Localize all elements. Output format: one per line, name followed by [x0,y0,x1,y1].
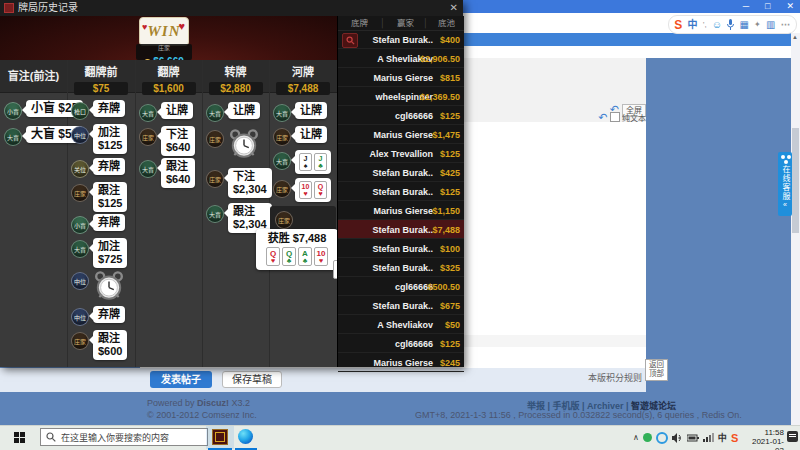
turn-pot: $2,880 [209,82,263,95]
edge-browser-icon[interactable] [238,429,253,444]
shown-cards-entry: 庄家 10♥ Q♥ [273,178,331,202]
position-badge: 大盲 [206,205,224,223]
app-icon [4,3,14,13]
hand-history-close-icon[interactable]: ✕ [450,0,458,16]
position-badge: 大盲 [273,104,291,122]
ime-mic-icon[interactable] [727,19,734,30]
action-entry: 大盲 让牌 [139,102,193,122]
post-button[interactable]: 发表帖子 [150,371,212,388]
table-row-selected[interactable]: Stefan Burak..$7,488 [338,220,464,239]
heart-icon: ♥ [178,13,186,39]
action-entry: 中位 弃牌 [71,306,125,326]
position-badge: 小盲 [71,216,89,234]
battery-icon[interactable] [687,434,699,442]
river-pot: $7,488 [276,82,330,95]
table-row[interactable]: Stefan Burak..$675 [338,296,464,315]
table-row[interactable]: Stefan Burak..$325 [338,258,464,277]
scrollbar-thumb[interactable] [792,128,799,233]
action-entry: 大盲 加注$725 [71,238,127,268]
online-service-widget[interactable]: 在线客服 « [778,152,792,216]
taskbar-search[interactable]: 在这里输入你要搜索的内容 [40,428,208,446]
playing-card: Q♥ [266,247,280,266]
ime-mode-icon[interactable]: 中 [718,431,727,444]
win-amount-label: 获胜 $7,488 [258,232,336,245]
ime-more-icon[interactable]: ⋯ [781,20,791,30]
plain-text-checkbox[interactable] [610,112,620,122]
table-row[interactable]: Stefan Burak..$400 [338,30,464,49]
table-row[interactable]: cgl66666$125 [338,334,464,353]
action-bubble: 加注$725 [93,238,127,268]
powered-by: Powered by Discuz! X3.2 [147,398,250,408]
action-center-icon[interactable] [787,431,798,442]
action-bubble: 跟注$125 [93,182,127,212]
clock-date: 2021-01-03 [750,437,784,450]
ime-emoji-icon[interactable]: ☺ [712,20,722,30]
start-button[interactable] [14,432,25,443]
post-band [0,368,646,392]
street-flop-label: 翻牌 [135,63,202,79]
table-row[interactable]: A Shevliakov$50 [338,315,464,334]
ime-toolbox-icon[interactable]: ▥ [766,20,775,30]
magnifier-icon[interactable] [342,33,358,48]
table-row[interactable]: Marius Gierse$1,150 [338,201,464,220]
action-bubble: 加注$125 [93,124,127,154]
sogou-tray-icon[interactable]: S [731,432,738,444]
street-river-label: 河牌 [269,63,337,79]
taskbar-clock[interactable]: 11:58 2021-01-03 [750,428,784,450]
tray-blue-app-icon[interactable] [656,432,668,444]
minimize-icon[interactable]: ─ [743,2,749,11]
timebank-entry: 庄家 [206,128,260,160]
table-row[interactable]: Alex Trevallion$125 [338,144,464,163]
action-entry: 庄家 让牌 [273,126,327,146]
position-badge: 庄家 [273,128,291,146]
action-entry: 大盲 跟注$640 [139,158,195,188]
hand-history-titlebar[interactable]: 牌局历史记录 ✕ [0,0,463,16]
volume-icon[interactable] [672,433,683,443]
win-banner: ♥ ♥ WIN [139,17,189,46]
table-row[interactable]: Marius Gierse$815 [338,68,464,87]
maximize-icon[interactable]: □ [765,2,770,11]
action-entry: 庄家 下注$640 [139,126,195,156]
hole-cards-bubble: J♠ J♣ [295,150,331,174]
playing-card: Q♥ [314,181,327,199]
winners-table-header: 底牌 │ 赢家 │ 底池 [338,16,464,31]
hole-cards-bubble: 10♥ Q♥ [295,178,331,202]
table-row[interactable]: cgl66666$500.50 [338,277,464,296]
poker-app-icon[interactable] [212,429,228,445]
collapse-icon[interactable]: « [783,201,787,208]
table-row[interactable]: Stefan Burak..$125 [338,182,464,201]
tray-expand-icon[interactable]: ∧ [633,433,639,442]
playing-card: 10♥ [314,247,328,266]
street-blinds-label: 盲注(前注) [8,70,59,82]
scroll-up-icon[interactable]: ▲ [792,34,798,40]
column-divider [202,60,203,367]
flop-pot: $1,600 [142,82,196,95]
back-to-top-button[interactable]: 返回顶部 [645,359,668,381]
table-row[interactable]: cgl66666$125 [338,106,464,125]
table-row[interactable]: Marius Gierse$1,475 [338,125,464,144]
position-badge: 大盲 [4,128,22,146]
ime-punctuation-icon[interactable]: ’, [703,20,707,30]
hand-history-window: 牌局历史记录 ✕ ♥ ♥ WIN 庄家 $6,669 盲注(前注) 翻牌前$75… [0,0,463,367]
ime-keyboard-icon[interactable]: ▦ [739,20,748,30]
forum-rules-link[interactable]: 本版积分规则 [560,371,642,384]
table-row[interactable]: wheelspinner$1,369.50 [338,87,464,106]
ime-toolbar: S 中 ’, ☺ ▦ ✦ ▥ ⋯ [668,15,797,34]
network-icon[interactable] [703,433,714,442]
close-icon[interactable]: ✕ [786,2,794,11]
position-badge: 中位 [71,272,89,290]
action-entry: 大盲 让牌 [273,102,327,122]
ime-skin-icon[interactable]: ✦ [754,20,761,30]
action-bubble: 弃牌 [93,306,125,323]
table-row[interactable]: Marius Gierse$245 [338,353,464,372]
discuz-brand[interactable]: Discuz! [197,398,229,408]
table-row[interactable]: Stefan Burak..$100 [338,239,464,258]
playing-card: J♠ [299,153,312,171]
tray-green-app-icon[interactable] [643,433,652,442]
table-row[interactable]: Stefan Burak..$425 [338,163,464,182]
position-badge: 庄家 [139,128,157,146]
table-row[interactable]: A Shevliakov$2,906.50 [338,49,464,68]
save-draft-button[interactable]: 保存草稿 [222,371,282,388]
ime-lang-icon[interactable]: 中 [687,20,697,30]
sogou-logo-icon[interactable]: S [674,20,682,30]
